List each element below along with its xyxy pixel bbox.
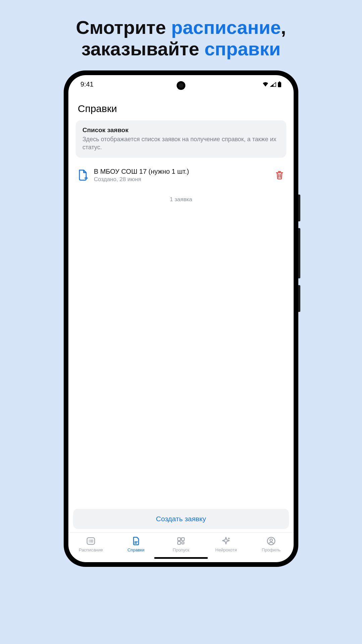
qr-icon [176, 536, 186, 546]
svg-rect-12 [182, 542, 184, 544]
svg-point-14 [270, 539, 273, 542]
page-title: Справки [68, 94, 294, 120]
nav-pass[interactable]: Пропуск [159, 536, 203, 552]
front-camera [177, 81, 185, 90]
svg-rect-9 [178, 538, 181, 541]
side-button [298, 228, 300, 278]
info-card-title: Список заявок [82, 126, 280, 134]
request-item[interactable]: В МБОУ СОШ 17 (нужно 1 шт.) Создано, 28 … [68, 162, 294, 188]
bottom-nav: Расписание Справки Пропуск Нейрокотя Про… [68, 532, 294, 555]
side-button [298, 285, 300, 312]
document-add-icon [78, 169, 88, 181]
signal-icon [270, 82, 276, 87]
svg-rect-11 [178, 541, 181, 544]
sparkle-icon [221, 536, 231, 546]
request-title: В МБОУ СОШ 17 (нужно 1 шт.) [94, 168, 269, 175]
nav-label: Нейрокотя [215, 547, 237, 552]
svg-point-4 [89, 541, 90, 542]
nav-certificates[interactable]: Справки [113, 536, 158, 552]
list-icon [86, 536, 96, 546]
phone-mockup: 9:41 Справки Список заявок Здесь отображ… [64, 70, 298, 567]
nav-label: Справки [127, 547, 144, 552]
svg-rect-0 [279, 82, 280, 82]
side-button [298, 195, 300, 221]
document-icon [131, 536, 141, 546]
info-card-description: Здесь отображается список заявок на полу… [82, 135, 280, 152]
clock: 9:41 [80, 80, 94, 88]
promo-headline: Смотрите расписание, заказывайте справки [0, 0, 362, 60]
nav-label: Расписание [79, 547, 103, 552]
battery-icon [278, 82, 282, 88]
svg-rect-1 [278, 82, 281, 87]
home-indicator[interactable] [154, 557, 208, 559]
profile-icon [266, 536, 276, 546]
nav-label: Пропуск [173, 547, 189, 552]
nav-profile[interactable]: Профиль [249, 536, 294, 552]
request-subtitle: Создано, 28 июня [94, 176, 269, 183]
svg-rect-10 [181, 538, 184, 541]
requests-count: 1 заявка [68, 196, 294, 203]
trash-icon[interactable] [275, 170, 284, 180]
svg-point-3 [89, 540, 90, 541]
nav-schedule[interactable]: Расписание [68, 536, 113, 552]
nav-label: Профиль [262, 547, 281, 552]
info-card: Список заявок Здесь отображается список … [76, 120, 286, 158]
create-request-button[interactable]: Создать заявку [73, 509, 289, 529]
nav-neurocat[interactable]: Нейрокотя [203, 536, 248, 552]
svg-rect-2 [87, 538, 95, 544]
wifi-icon [262, 82, 269, 87]
